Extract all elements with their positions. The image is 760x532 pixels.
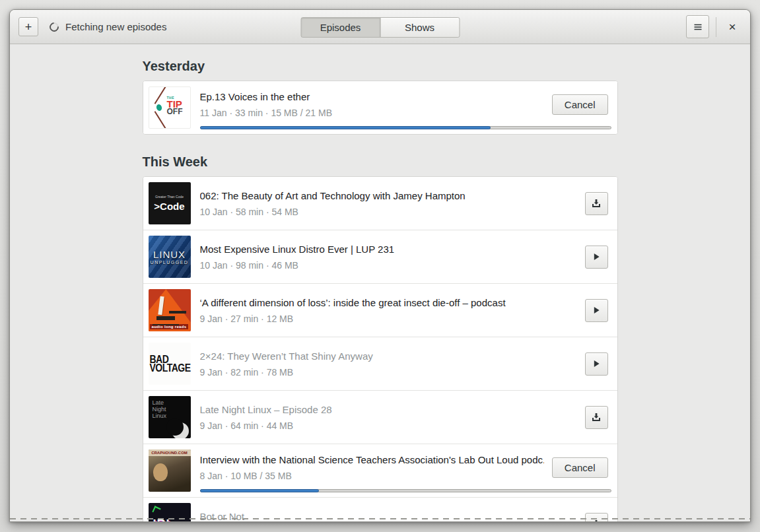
episode-action xyxy=(585,513,608,522)
view-switcher: Episodes Shows xyxy=(300,17,460,38)
download-progress-fill xyxy=(200,489,319,492)
episode-title: Late Night Linux – Episode 28 xyxy=(200,404,577,415)
podcast-artwork-tipoff: THETIPOFF xyxy=(149,86,191,129)
tab-shows[interactable]: Shows xyxy=(380,17,460,38)
episode-title: 062: The Beauty of Art and Technology wi… xyxy=(200,190,577,201)
download-episode-button[interactable] xyxy=(585,192,608,215)
episode-list-card: THETIPOFF Ep.13 Voices in the ether 11 J… xyxy=(143,81,618,135)
artwork-text: Night xyxy=(153,406,191,413)
download-progress-fill xyxy=(200,126,491,129)
artwork-text: LINUX xyxy=(153,249,186,260)
episode-action: Cancel xyxy=(552,457,608,478)
artwork-text: Linux xyxy=(153,413,191,419)
podcast-artwork-alr: audio long reads xyxy=(149,289,191,331)
play-icon xyxy=(591,305,602,316)
episode-meta: 9 Jan · 82 min · 78 MB xyxy=(200,367,577,378)
header-right-controls: × xyxy=(686,15,742,38)
episode-title: Interview with the National Science Teac… xyxy=(200,454,544,465)
episode-row: CRAPHOUND.COM Interview with the Nationa… xyxy=(143,444,617,497)
header-separator xyxy=(716,17,716,37)
download-episode-button[interactable] xyxy=(585,513,608,522)
artwork-text: audio long reads xyxy=(150,324,189,329)
episode-row: audio long reads ‘A different dimension … xyxy=(143,283,617,337)
episode-title: Most Expensive Linux Distro Ever | LUP 2… xyxy=(200,244,577,255)
episode-meta: 10 Jan · 98 min · 46 MB xyxy=(200,260,577,271)
episode-section: This Week Greater Than Code>Code 062: Th… xyxy=(143,154,618,521)
episode-action xyxy=(585,192,608,215)
play-icon xyxy=(591,251,602,262)
episode-meta: 9 Jan · 64 min · 44 MB xyxy=(200,420,577,431)
episode-info: Interview with the National Science Teac… xyxy=(200,454,544,481)
artwork-text: VOLTAGE xyxy=(150,363,191,373)
hamburger-menu-icon xyxy=(693,22,703,32)
episode-row: LINUXUNPLUGGED Most Expensive Linux Dist… xyxy=(143,230,617,283)
episode-row: BADVOLTAGE 2×24: They Weren’t That Shiny… xyxy=(143,337,617,390)
episode-section: Yesterday THETIPOFF Ep.13 Voices in the … xyxy=(143,59,618,135)
episode-row: LateNightLinux Late Night Linux – Episod… xyxy=(143,390,617,444)
episode-action xyxy=(585,406,608,429)
scroll-undershoot-indicator xyxy=(10,518,750,519)
download-icon xyxy=(591,198,602,209)
episode-meta: 8 Jan · 10 MB / 35 MB xyxy=(200,471,544,481)
add-podcast-button[interactable]: + xyxy=(18,17,38,36)
episodes-column: Yesterday THETIPOFF Ep.13 Voices in the … xyxy=(143,59,618,521)
spinner-icon xyxy=(48,20,61,34)
episode-info: Ep.13 Voices in the ether 11 Jan · 33 mi… xyxy=(200,91,544,118)
download-episode-button[interactable] xyxy=(585,406,608,429)
artwork-text: Late xyxy=(153,399,191,406)
episode-row: Greater Than Code>Code 062: The Beauty o… xyxy=(143,177,617,230)
episode-title: 2×24: They Weren’t That Shiny Anyway xyxy=(200,350,577,362)
play-icon xyxy=(591,358,602,369)
cancel-download-button[interactable]: Cancel xyxy=(552,457,608,478)
close-window-button[interactable]: × xyxy=(723,18,742,36)
artwork-text: CRAPHOUND.COM xyxy=(149,449,191,456)
episode-info: ‘A different dimension of loss’: inside … xyxy=(200,297,577,324)
episode-info: Late Night Linux – Episode 28 9 Jan · 64… xyxy=(200,404,577,431)
artwork-text: OFF xyxy=(167,108,190,116)
episode-title: Bot or Not xyxy=(200,511,577,522)
episode-meta: 10 Jan · 58 min · 54 MB xyxy=(200,207,577,217)
episode-info: Bot or Not xyxy=(200,511,577,522)
episode-action xyxy=(585,299,608,322)
header-bar: + Fetching new episodes Episodes Shows × xyxy=(10,10,750,44)
hamburger-menu-button[interactable] xyxy=(686,15,709,38)
play-episode-button[interactable] xyxy=(585,246,608,269)
podcast-artwork-lnl: LateNightLinux xyxy=(149,396,191,438)
episode-list-card: Greater Than Code>Code 062: The Beauty o… xyxy=(143,176,618,521)
episode-action xyxy=(585,352,608,376)
episode-action xyxy=(585,246,608,269)
episode-title: Ep.13 Voices in the ether xyxy=(200,91,544,102)
podcast-artwork-lup: LINUXUNPLUGGED xyxy=(149,236,191,278)
episode-action: Cancel xyxy=(552,94,608,115)
episode-info: 062: The Beauty of Art and Technology wi… xyxy=(200,190,577,217)
download-icon xyxy=(591,412,602,422)
artwork-text: UNPLUGGED xyxy=(151,260,189,265)
episodes-scroll-area[interactable]: Yesterday THETIPOFF Ep.13 Voices in the … xyxy=(10,44,750,521)
section-title: Yesterday xyxy=(143,59,618,74)
podcast-artwork-craphound: CRAPHOUND.COM xyxy=(149,449,191,492)
play-episode-button[interactable] xyxy=(585,299,608,322)
episode-title: ‘A different dimension of loss’: inside … xyxy=(200,297,577,308)
play-episode-button[interactable] xyxy=(585,352,608,376)
episode-info: 2×24: They Weren’t That Shiny Anyway 9 J… xyxy=(200,350,577,378)
episode-row: THETIPOFF Ep.13 Voices in the ether 11 J… xyxy=(143,81,617,134)
podcast-artwork-gtc: Greater Than Code>Code xyxy=(149,182,191,224)
artwork-text: Greater Than Code xyxy=(155,195,184,199)
app-window: + Fetching new episodes Episodes Shows ×… xyxy=(9,9,751,522)
episode-info: Most Expensive Linux Distro Ever | LUP 2… xyxy=(200,244,577,271)
podcast-artwork-bv: BADVOLTAGE xyxy=(149,343,191,385)
status-label: Fetching new episodes xyxy=(65,21,166,32)
download-progress-bar xyxy=(200,489,611,492)
episode-meta: 9 Jan · 27 min · 12 MB xyxy=(200,314,577,324)
cancel-download-button[interactable]: Cancel xyxy=(552,94,608,115)
artwork-text: >Code xyxy=(154,201,184,212)
download-progress-bar xyxy=(200,126,611,129)
tab-episodes[interactable]: Episodes xyxy=(300,17,380,38)
episode-meta: 11 Jan · 33 min · 15 MB / 21 MB xyxy=(200,108,544,118)
section-title: This Week xyxy=(143,154,618,170)
